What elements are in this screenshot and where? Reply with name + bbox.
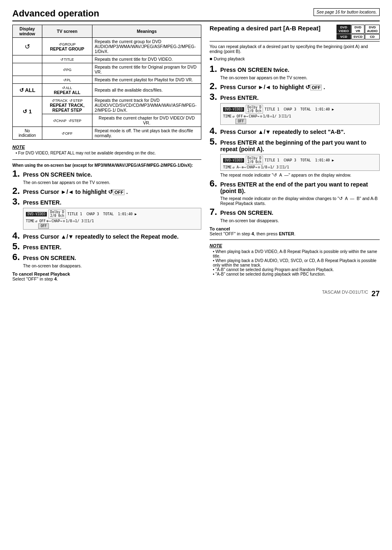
cancel-title-right: To cancel bbox=[210, 226, 230, 231]
meaning-cell: Repeat mode is off. The unit plays back … bbox=[92, 127, 201, 140]
right-step-5: 5. Press ENTER at the beginning of the p… bbox=[210, 137, 380, 152]
note-item-4: • "A-B" cannot be selected during playba… bbox=[213, 272, 380, 276]
bar-r1-title-info: TITLE 1 CHAP 3 TOTAL 1:01:40 ▶ bbox=[265, 107, 377, 111]
right-step-action-5: Press ENTER at the beginning of the part… bbox=[220, 139, 380, 152]
cancel-text-right: Select "OFF" in step 4, then press ENTER… bbox=[210, 231, 295, 236]
right-step-2: 2. Press Cursor ►/◄ to highlight ↺OFF . bbox=[210, 82, 380, 91]
left-column: Displaywindow TV screen Meanings ↺ ↺GROU… bbox=[12, 25, 201, 281]
table-row: ↺PL Repeats the current playlist for Pla… bbox=[13, 76, 201, 84]
left-steps-intro: When using the on-screen bar (except for… bbox=[12, 163, 201, 168]
bar-dvd-label: DVD-VIDEO bbox=[26, 212, 47, 216]
off-indicator: OFF bbox=[38, 224, 198, 228]
bar-dolby: Dolby D2/0 0ch bbox=[48, 209, 66, 219]
step-action-4: Press Cursor ▲/▼ repeatedly to select th… bbox=[23, 233, 179, 240]
repeat-mode-table: Displaywindow TV screen Meanings ↺ ↺GROU… bbox=[12, 25, 201, 140]
step-number-2: 2. bbox=[12, 186, 21, 196]
display-cell bbox=[13, 55, 42, 63]
step-action-3: Press ENTER. bbox=[23, 199, 61, 206]
note-item-3: • "A-B" cannot be selected during Progra… bbox=[213, 267, 380, 272]
cancel-text-left: Select "OFF" in step 4. bbox=[12, 276, 58, 281]
cancel-title-left: To cancel Repeat Playback bbox=[12, 272, 70, 276]
right-step-sub-7: The on-screen bar disappears. bbox=[220, 218, 380, 223]
right-step-number-1: 1. bbox=[210, 64, 219, 74]
meaning-cell: Repeats all the available discs/files. bbox=[92, 84, 201, 97]
bar-r2-dvd-label: DVD-VIDEO bbox=[223, 158, 244, 163]
right-step-sub-1: The on-screen bar appears on the TV scre… bbox=[220, 75, 380, 80]
onscreen-bar-right-2: DVD-VIDEO Dolby D2/0 0ch TITLE 1 CHAP 3 … bbox=[220, 154, 380, 171]
ab-section-title: Repeating a desired part [A-B Repeat] bbox=[210, 25, 321, 32]
badge-dvd-audio: DVDAUDIO bbox=[365, 25, 380, 34]
tvscreen-cell: ↺TITLE bbox=[42, 55, 92, 63]
note-title-right: NOTE bbox=[210, 243, 380, 248]
badge-svcd: SVCD bbox=[351, 34, 364, 39]
col-header-meanings: Meanings bbox=[92, 25, 201, 38]
badge-cd: CD bbox=[365, 34, 380, 39]
right-step-action-3: Press ENTER. bbox=[220, 94, 258, 101]
table-row: ↺TITLE Repeats the current title for DVD… bbox=[13, 55, 201, 63]
display-cell: ↺ ALL bbox=[13, 84, 42, 97]
right-step-number-5: 5. bbox=[210, 137, 219, 146]
right-step-sub-6: The repeat mode indicator on the display… bbox=[220, 196, 380, 206]
step-6: 6. Press ON SCREEN. bbox=[12, 253, 201, 262]
note-text: • For DVD VIDEO, REPEAT ALL may not be a… bbox=[16, 151, 201, 155]
page-footer: TASCAM DV-D01UT/C 27 bbox=[12, 290, 380, 298]
bar-r2-dolby: Dolby D2/0 0ch bbox=[246, 156, 263, 165]
right-step-number-3: 3. bbox=[210, 92, 219, 101]
meaning-cell: Repeats the current title for DVD VIDEO. bbox=[92, 55, 201, 63]
format-badges: DVDVIDEO DVDVR DVDAUDIO VCD SVCD CD bbox=[337, 25, 380, 39]
display-cell bbox=[13, 63, 42, 76]
meaning-cell: Repeats the current title for Original p… bbox=[92, 63, 201, 76]
note-section-right: NOTE • When playing back a DVD VIDEO, A-… bbox=[210, 243, 380, 276]
cancel-section-right: To cancel Select "OFF" in step 4, then p… bbox=[210, 226, 380, 236]
bar-r1-dolby: Dolby D2/0 0ch bbox=[246, 105, 263, 114]
col-header-tvscreen: TV screen bbox=[42, 25, 92, 38]
note-item-2: • When playing back a DVD AUDIO, VCD, SV… bbox=[213, 258, 380, 267]
tvscreen-cell: ↺PL bbox=[42, 76, 92, 84]
page-note: See page 16 for button locations. bbox=[314, 8, 380, 16]
tvscreen-cell: ↺ALLREPEAT ALL bbox=[42, 84, 92, 97]
bar-r2-row: TIME ↺ A– ⊕→ CHAP→ ⊙ 1/8 ▭1/ 3 ☷1/1 bbox=[223, 165, 377, 169]
separator-right bbox=[210, 239, 380, 240]
table-row: Noindication ↺OFF Repeat mode is off. Th… bbox=[13, 127, 201, 140]
right-step-number-2: 2. bbox=[210, 82, 219, 91]
display-cell: Noindication bbox=[13, 127, 42, 140]
ab-repeat-header: Repeating a desired part [A-B Repeat] DV… bbox=[210, 25, 380, 41]
note-section: NOTE • For DVD VIDEO, REPEAT ALL may not… bbox=[12, 145, 201, 155]
separator bbox=[12, 159, 201, 160]
tvscreen-cell: ↺PG bbox=[42, 63, 92, 76]
bar-row-1: TIME ↺ OFF ⊕→ CHAP→ ⊙ 1/8 ▭1/ 3 ☷1/1 bbox=[26, 219, 198, 223]
meaning-cell: Repeats the current group for DVD AUDIO/… bbox=[92, 38, 201, 55]
table-row: ↺ ALL ↺ALLREPEAT ALL Repeats all the ava… bbox=[13, 84, 201, 97]
onscreen-bar-1: DVD-VIDEO Dolby D2/0 0ch TITLE 1 CHAP 3 … bbox=[23, 208, 201, 230]
content-area: Displaywindow TV screen Meanings ↺ ↺GROU… bbox=[12, 25, 380, 281]
right-step-7: 7. Press ON SCREEN. bbox=[210, 207, 380, 216]
right-step-number-4: 4. bbox=[210, 127, 219, 136]
step-action-5: Press ENTER. bbox=[23, 244, 61, 251]
right-step-6: 6. Press ENTER at the end of the part yo… bbox=[210, 179, 380, 194]
tvscreen-cell: ↺OFF bbox=[42, 127, 92, 140]
cancel-section-left: To cancel Repeat Playback Select "OFF" i… bbox=[12, 272, 201, 281]
table-row: ↺ ↺GROUPREPEAT GROUP Repeats the current… bbox=[13, 38, 201, 55]
display-cell: ↺ bbox=[13, 38, 42, 55]
bullet-icon: ■ bbox=[210, 56, 212, 61]
bar-r1-dvd-label: DVD-VIDEO bbox=[223, 107, 244, 112]
bar-r1-row: TIME ↺ OFF ⊕→ CHAP→ ⊙ 1/8 ▭1/ 3 ☷1/1 bbox=[223, 114, 377, 118]
step-number-5: 5. bbox=[12, 242, 21, 251]
display-cell bbox=[13, 76, 42, 84]
step-3: 3. Press ENTER. bbox=[12, 197, 201, 206]
step-2: 2. Press Cursor ►/◄ to highlight ↺OFF . bbox=[12, 186, 201, 196]
right-step-4: 4. Press Cursor ▲/▼ repeatedly to select… bbox=[210, 127, 380, 136]
tvscreen-cell: ↺TRACK ↺STEPREPEAT TRACK,REPEAT STEP bbox=[42, 97, 92, 114]
bar-title-info: TITLE 1 CHAP 3 TOTAL 1:01:40 ▶ bbox=[67, 212, 198, 216]
step-action-1: Press ON SCREEN twice. bbox=[23, 171, 92, 178]
note-item-1: • When playing back a DVD VIDEO, A-B Rep… bbox=[213, 249, 380, 258]
note-title: NOTE bbox=[12, 145, 201, 150]
step-number-4: 4. bbox=[12, 231, 21, 240]
meaning-cell: Repeats the current track for DVD AUDIO/… bbox=[92, 97, 201, 114]
bar-r2-title-info: TITLE 1 CHAP 3 TOTAL 1:01:40 ▶ bbox=[265, 158, 377, 162]
step-action-2: Press Cursor ►/◄ to highlight ↺OFF . bbox=[23, 189, 128, 195]
ab-intro-text: You can repeat playback of a desired par… bbox=[210, 44, 380, 54]
badge-dvd-video: DVDVIDEO bbox=[337, 25, 351, 34]
right-step-action-2: Press Cursor ►/◄ to highlight ↺OFF . bbox=[220, 84, 325, 90]
table-row: ↺ 1 ↺TRACK ↺STEPREPEAT TRACK,REPEAT STEP… bbox=[13, 97, 201, 114]
